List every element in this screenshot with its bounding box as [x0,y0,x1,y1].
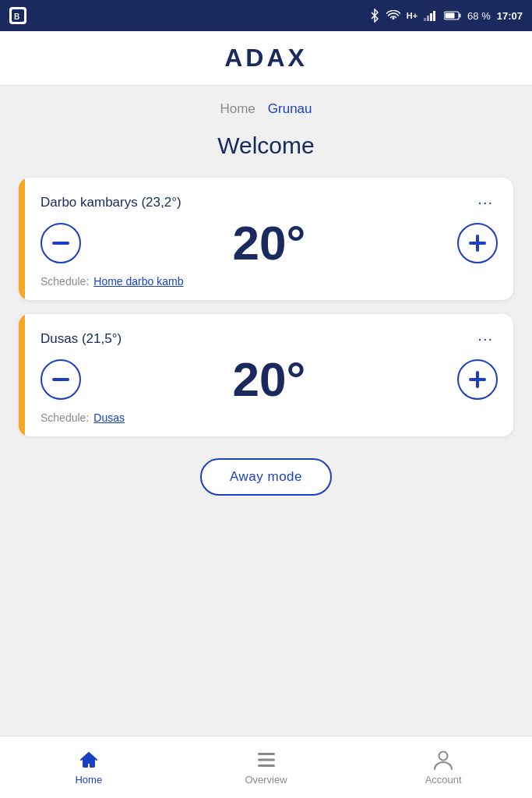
card-1-schedule-link[interactable]: Home darbo kamb [93,275,183,288]
card-2-title: Dusas (21,5°) [41,331,122,347]
card-accent-2 [19,314,25,436]
welcome-title: Welcome [217,132,314,159]
app-header: ADAX [0,31,532,86]
svg-rect-17 [258,764,275,767]
svg-rect-7 [460,14,461,18]
svg-rect-5 [433,11,435,21]
svg-rect-12 [52,378,69,381]
battery-icon [444,11,461,20]
account-nav-icon [432,749,454,771]
card-2-schedule-label: Schedule: [41,411,89,424]
svg-point-18 [439,752,448,761]
breadcrumb-current[interactable]: Grunau [268,101,312,117]
wifi-icon [386,10,400,21]
signal-icon [424,10,438,21]
nav-item-account[interactable]: Account [354,736,532,798]
device-card-1: Darbo kambarys (23,2°) ··· 20° Schedule:… [19,178,513,300]
card-1-temperature: 20° [233,219,306,267]
card-1-increase-button[interactable] [457,223,498,263]
card-1-decrease-button[interactable] [41,223,81,263]
home-nav-icon [78,749,100,771]
bottom-nav: Home Overview Account [0,736,532,798]
svg-rect-16 [258,759,275,761]
svg-rect-14 [476,371,479,388]
card-2-menu-button[interactable]: ··· [473,328,498,349]
overview-nav-icon [255,749,277,771]
card-2-schedule-link[interactable]: Dusas [93,411,125,424]
svg-rect-2 [424,18,426,21]
card-1-title: Darbo kambarys (23,2°) [41,195,181,210]
battery-percent: 68 % [467,10,491,22]
svg-text:B: B [14,12,19,21]
app-icon: B [9,7,26,24]
card-1-menu-button[interactable]: ··· [473,192,498,213]
card-2-increase-button[interactable] [457,359,498,400]
bluetooth-icon [369,9,380,23]
account-nav-label: Account [425,774,462,786]
network-type: H+ [407,11,417,20]
app-logo: ADAX [224,44,308,72]
clock: 17:07 [497,10,523,22]
status-right: H+ 68 % 17:07 [369,9,523,23]
svg-rect-8 [446,13,455,19]
home-nav-label: Home [75,774,102,786]
svg-rect-11 [476,235,479,252]
status-bar: B H+ 68 % 17:0 [0,0,532,31]
svg-rect-4 [430,13,432,21]
card-1-schedule-label: Schedule: [41,275,89,288]
card-2-temperature: 20° [233,355,306,404]
card-2-decrease-button[interactable] [41,359,81,400]
breadcrumb-home[interactable]: Home [220,101,255,117]
nav-item-home[interactable]: Home [0,736,178,798]
svg-rect-15 [258,753,275,755]
device-card-2: Dusas (21,5°) ··· 20° Schedule: Dusas [19,314,513,436]
svg-rect-9 [52,242,69,245]
overview-nav-label: Overview [245,774,287,786]
card-accent-1 [19,178,25,300]
main-content: Home Grunau Welcome Darbo kambarys (23,2… [0,86,532,736]
status-left: B [9,7,26,24]
svg-rect-3 [427,16,429,21]
nav-item-overview[interactable]: Overview [178,736,355,798]
away-mode-button[interactable]: Away mode [200,458,332,496]
breadcrumb: Home Grunau [220,101,312,117]
